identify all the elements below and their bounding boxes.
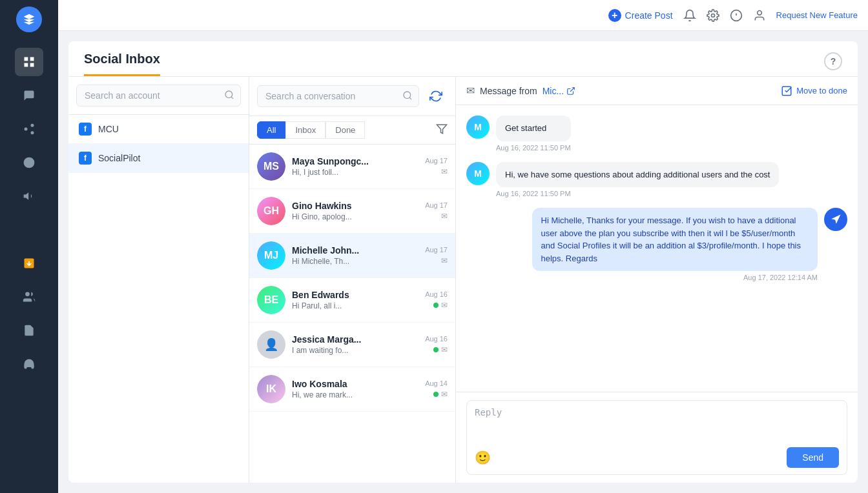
msg-avatar-2: M	[466, 162, 490, 185]
conv-icons-1: ✉	[441, 167, 448, 176]
sidebar-item-support[interactable]	[15, 350, 43, 378]
topbar-actions: + Create Post Request New Feature	[608, 9, 858, 22]
gear-icon[interactable]	[707, 9, 719, 22]
send-button[interactable]: Send	[787, 447, 839, 468]
tab-all[interactable]: All	[257, 121, 285, 139]
conv-name-5: Jessica Marga...	[292, 334, 418, 345]
conv-date-4: Aug 16	[425, 290, 448, 298]
sidebar-item-connections[interactable]	[15, 115, 43, 143]
svg-point-26	[225, 91, 232, 98]
sidebar-item-target[interactable]	[15, 148, 43, 177]
mail-icon-6: ✉	[441, 390, 448, 399]
request-feature-button[interactable]: Request New Feature	[776, 10, 858, 20]
app-logo[interactable]	[16, 6, 42, 32]
account-search-box	[68, 77, 249, 115]
account-item-socialpilot[interactable]: f SocialPilot	[68, 144, 249, 173]
filter-tabs: All Inbox Done	[249, 116, 455, 145]
sidebar-item-download[interactable]	[15, 249, 43, 277]
message-actions: Move to done	[781, 85, 847, 97]
search-account-input[interactable]	[76, 85, 241, 106]
svg-point-5	[25, 128, 28, 131]
conv-info-4: Ben Edwards Hi Parul, all i...	[292, 290, 418, 310]
conversations-panel: All Inbox Done MS Maya Sunpongc... Hi, I…	[249, 77, 456, 483]
sidebar-item-docs[interactable]	[15, 316, 43, 345]
account-name-socialpilot: SocialPilot	[98, 153, 140, 163]
sidebar	[0, 0, 58, 493]
emoji-button[interactable]: 🙂	[475, 450, 491, 465]
svg-point-21	[711, 14, 714, 17]
message-thread: M Get started Aug 16, 2022 11:50 PM M Hi…	[456, 105, 858, 392]
svg-marker-30	[437, 125, 447, 134]
msg-text-1: Get started	[496, 116, 571, 141]
svg-point-11	[28, 161, 30, 163]
status-dot-4	[433, 303, 439, 308]
sidebar-item-dashboard[interactable]	[15, 48, 43, 76]
create-post-button[interactable]: + Create Post	[608, 9, 673, 22]
message-from: ✉ Message from Mic...	[466, 85, 575, 97]
conv-meta-2: Aug 17 ✉	[425, 201, 448, 221]
msg-content-1: Get started Aug 16, 2022 11:50 PM	[496, 116, 571, 152]
topbar: + Create Post Request New Feature	[58, 0, 868, 31]
reply-input-wrap: 🙂 Send	[466, 400, 847, 475]
conv-info-5: Jessica Marga... I am waiting fo...	[292, 334, 418, 355]
sidebar-item-campaigns[interactable]	[15, 182, 43, 210]
conversation-item-4[interactable]: BE Ben Edwards Hi Parul, all i... Aug 16…	[249, 278, 455, 323]
conversation-item-5[interactable]: 👤 Jessica Marga... I am waiting fo... Au…	[249, 323, 455, 367]
reply-input[interactable]	[475, 407, 839, 439]
svg-rect-1	[30, 57, 34, 61]
conv-name-2: Gino Hawkins	[292, 201, 418, 211]
conversation-item-2[interactable]: GH Gino Hawkins Hi Gino, apolog... Aug 1…	[249, 189, 455, 234]
conv-date-1: Aug 17	[425, 157, 448, 165]
page-header: Social Inbox ?	[68, 41, 858, 77]
avatar-ben: BE	[257, 286, 285, 314]
refresh-button[interactable]	[424, 85, 448, 108]
conversation-item-6[interactable]: IK Iwo Kosmala Hi, we are mark... Aug 14…	[249, 367, 455, 412]
conversation-item-3[interactable]: MJ Michelle John... Hi Michelle, Th... A…	[249, 234, 455, 278]
conv-name-4: Ben Edwards	[292, 290, 418, 300]
account-item-mcu[interactable]: f MCU	[68, 115, 249, 144]
svg-line-29	[409, 97, 411, 99]
filter-button[interactable]	[436, 123, 448, 137]
svg-point-18	[25, 292, 30, 297]
conv-preview-4: Hi Parul, all i...	[292, 301, 418, 310]
sidebar-item-analytics[interactable]	[15, 216, 43, 244]
mail-icon-5: ✉	[441, 345, 448, 354]
sidebar-item-team[interactable]	[15, 283, 43, 311]
conv-preview-2: Hi Gino, apolog...	[292, 212, 418, 221]
svg-line-27	[231, 97, 233, 99]
svg-rect-3	[30, 63, 34, 67]
conv-icons-3: ✉	[441, 256, 448, 265]
search-conversation-button[interactable]	[402, 90, 413, 103]
conv-name-3: Michelle John...	[292, 245, 418, 256]
tab-done[interactable]: Done	[326, 121, 365, 139]
notifications-icon[interactable]	[683, 9, 696, 22]
conv-icons-5: ✉	[433, 345, 448, 354]
move-to-done-button[interactable]: Move to done	[781, 85, 847, 97]
svg-rect-32	[782, 86, 791, 96]
mail-icon-4: ✉	[441, 301, 448, 310]
sidebar-item-messages[interactable]	[15, 81, 43, 110]
tab-inbox[interactable]: Inbox	[285, 121, 326, 139]
avatar-maya: MS	[257, 152, 285, 181]
message-from-name[interactable]: Mic...	[542, 86, 575, 96]
conv-date-3: Aug 17	[425, 246, 448, 254]
user-icon[interactable]	[753, 9, 766, 22]
alert-icon[interactable]	[730, 9, 743, 22]
avatar-initials-4: BE	[257, 286, 285, 314]
page-title: Social Inbox	[84, 52, 160, 76]
msg-text-3: Hi Michelle, Thanks for your message. If…	[532, 208, 818, 271]
conv-meta-4: Aug 16 ✉	[425, 290, 448, 310]
search-account-button[interactable]	[224, 90, 234, 102]
mail-icon-2: ✉	[441, 212, 448, 221]
conv-meta-5: Aug 16 ✉	[425, 335, 448, 354]
conv-info-6: Iwo Kosmala Hi, we are mark...	[292, 379, 418, 399]
status-dot-6	[433, 392, 439, 397]
conv-preview-1: Hi, I just foll...	[292, 168, 418, 177]
help-icon[interactable]: ?	[824, 52, 842, 70]
avatar-gino: GH	[257, 197, 285, 225]
avatar-jessica: 👤	[257, 330, 285, 359]
mail-icon-1: ✉	[441, 167, 448, 176]
search-conversation-input[interactable]	[257, 85, 419, 107]
conversation-item-1[interactable]: MS Maya Sunpongc... Hi, I just foll... A…	[249, 145, 455, 189]
reply-area: 🙂 Send	[456, 392, 858, 483]
